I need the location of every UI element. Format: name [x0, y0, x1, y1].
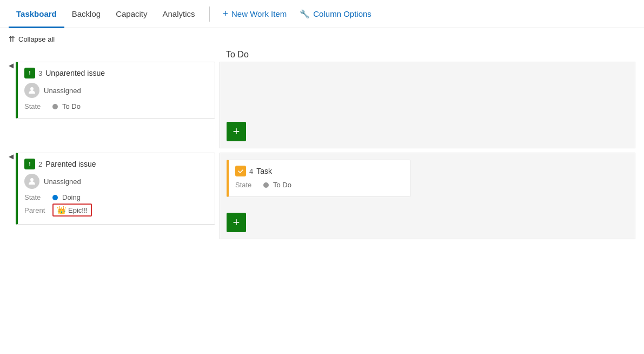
column-options-button[interactable]: 🔧 Column Options	[293, 6, 378, 22]
row2-assignee-label: Unassigned	[44, 178, 81, 186]
row1-state-label: State	[24, 102, 48, 110]
tab-backlog[interactable]: Backlog	[64, 1, 108, 28]
task-card-state-dot	[263, 182, 269, 188]
tab-taskboard[interactable]: Taskboard	[9, 1, 64, 28]
row1-item-card: ! 3 Unparented issue Unassigned State	[16, 62, 215, 119]
nav-bar: Taskboard Backlog Capacity Analytics + N…	[0, 0, 644, 28]
task-icon	[235, 166, 246, 176]
row2-item-card: ! 2 Parented issue Unassigned State	[16, 153, 215, 225]
row1-tasks-area	[227, 69, 628, 117]
row2-parent-row: Parent 👑 Epic!!!	[24, 204, 208, 217]
collapse-all-button[interactable]: ⇈ Collapse all	[9, 35, 635, 43]
row1-right-cell: +	[220, 62, 635, 148]
row1-assignee-label: Unassigned	[44, 87, 81, 95]
row2-left: ◀ ! 2 Parented issue Unassigned	[9, 153, 220, 239]
new-work-item-button[interactable]: + New Work Item	[216, 5, 294, 23]
row2-title-row: ! 2 Parented issue	[24, 159, 208, 169]
row2-state-label: State	[24, 193, 48, 201]
task-card-state-row: State To Do	[235, 181, 403, 189]
row1-avatar	[24, 83, 39, 98]
row2-state-dot	[52, 195, 58, 200]
row2-add-task-button[interactable]: +	[227, 213, 246, 232]
board-row-1: ◀ ! 3 Unparented issue Unassigned	[9, 62, 635, 148]
todo-column-header: To Do	[220, 50, 635, 60]
row1-left: ◀ ! 3 Unparented issue Unassigned	[9, 62, 220, 148]
issue-icon-row1: !	[24, 68, 35, 78]
task-card-row2: 4 Task State To Do	[227, 160, 410, 197]
row2-tasks-area: 4 Task State To Do	[227, 160, 628, 201]
task-card-name: Task	[256, 167, 272, 175]
crown-icon: 👑	[57, 206, 66, 214]
left-header-spacer	[9, 50, 220, 60]
plus-icon: +	[223, 8, 229, 19]
row2-collapse-arrow[interactable]: ◀	[9, 153, 14, 160]
issue-icon-row2: !	[24, 159, 35, 169]
task-card-state-value: To Do	[273, 181, 291, 189]
collapse-arrows-icon: ⇈	[9, 35, 15, 43]
svg-point-1	[30, 178, 34, 181]
svg-point-0	[30, 87, 34, 90]
row1-state-row: State To Do	[24, 102, 208, 110]
row2-avatar	[24, 174, 39, 189]
main-content: ⇈ Collapse all To Do ◀ ! 3 Unparented is…	[0, 28, 644, 239]
row2-assignee-row: Unassigned	[24, 174, 208, 189]
row2-parent-label: Parent	[24, 206, 48, 214]
task-card-state-label: State	[235, 181, 259, 189]
row1-add-task-button[interactable]: +	[227, 122, 246, 141]
row2-parent-value: Epic!!!	[68, 206, 88, 214]
row2-right-cell: 4 Task State To Do +	[220, 153, 635, 239]
row1-state-dot	[52, 104, 58, 109]
board-row-2: ◀ ! 2 Parented issue Unassigned	[9, 153, 635, 239]
row1-state-value: To Do	[62, 102, 81, 110]
row1-title-row: ! 3 Unparented issue	[24, 68, 208, 78]
row1-issue-id: 3	[38, 69, 42, 77]
row1-assignee-row: Unassigned	[24, 83, 208, 98]
task-card-id: 4	[249, 167, 253, 175]
tab-capacity[interactable]: Capacity	[108, 1, 155, 28]
task-card-title-row: 4 Task	[235, 166, 403, 176]
nav-divider	[209, 6, 210, 22]
board-header: To Do	[9, 50, 635, 60]
row1-issue-name: Unparented issue	[45, 69, 105, 77]
row2-issue-id: 2	[38, 160, 42, 168]
row2-state-value: Doing	[62, 193, 81, 201]
row2-issue-name: Parented issue	[45, 160, 96, 168]
row2-state-row: State Doing	[24, 193, 208, 201]
wrench-icon: 🔧	[300, 9, 310, 19]
tab-analytics[interactable]: Analytics	[155, 1, 202, 28]
row1-collapse-arrow[interactable]: ◀	[9, 62, 14, 69]
row2-parent-value-highlight[interactable]: 👑 Epic!!!	[52, 204, 92, 217]
